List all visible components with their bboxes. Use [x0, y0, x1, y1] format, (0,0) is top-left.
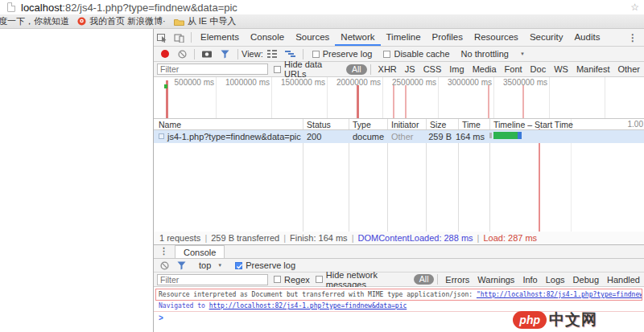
- device-toolbar-icon[interactable]: [174, 33, 184, 43]
- hide-network-messages-checkbox[interactable]: Hide network messages: [316, 270, 408, 289]
- waterfall-bar[interactable]: [489, 132, 522, 139]
- url-path[interactable]: :82/js4-1.php?type=findnew&data=pic: [62, 2, 237, 14]
- filter-type-manifest[interactable]: Manifest: [576, 64, 610, 74]
- console-warning-text: Resource interpreted as Document but tra…: [159, 291, 477, 298]
- network-toolbar: View: Preserve log Disable cache No thro…: [154, 47, 644, 62]
- filter-type-media[interactable]: Media: [473, 64, 497, 74]
- disable-cache-checkbox[interactable]: Disable cache: [383, 49, 449, 59]
- throttling-select[interactable]: No throttling ▼: [461, 49, 525, 59]
- record-icon[interactable]: [161, 50, 169, 58]
- devtools-tab-sources[interactable]: Sources: [290, 29, 335, 46]
- devtools-tab-security[interactable]: Security: [524, 29, 569, 46]
- summary-transferred: 259 B transferred: [211, 233, 279, 243]
- folder-icon: [174, 18, 184, 26]
- filter-type-xhr[interactable]: XHR: [378, 64, 397, 74]
- network-filter-input[interactable]: [157, 64, 268, 75]
- checkbox-icon[interactable]: [274, 276, 281, 283]
- console-nav-link[interactable]: http://localhost:82/js4-1.php?type=findn…: [209, 302, 407, 309]
- filter-type-all[interactable]: All: [346, 64, 367, 75]
- request-time: 164 ms: [452, 132, 485, 141]
- console-nav-text: Navigated to: [159, 302, 209, 309]
- url-host[interactable]: localhost: [21, 2, 62, 14]
- filter-type-ws[interactable]: WS: [554, 64, 568, 74]
- address-bar[interactable]: localhost :82/js4-1.php?type=findnew&dat…: [0, 0, 644, 14]
- overview-tick-label: 2000000 ms: [329, 78, 381, 87]
- column-header-name[interactable]: Name: [159, 120, 181, 129]
- bookmark-item-weibo[interactable]: 我的首页 新浪微博·: [77, 15, 166, 27]
- column-header-time[interactable]: Time: [462, 120, 481, 129]
- devtools-tab-resources[interactable]: Resources: [469, 29, 524, 46]
- console-warning-message: Resource interpreted as Document but tra…: [155, 289, 642, 301]
- hide-data-urls-checkbox[interactable]: Hide data URLs: [274, 59, 341, 79]
- console-level-handled[interactable]: Handled: [607, 275, 640, 285]
- divider: [370, 64, 371, 75]
- divider: [191, 32, 192, 43]
- bookmark-item-ie-import[interactable]: 从 IE 中导入: [174, 15, 237, 27]
- devtools-tab-bar: Elements Console Sources Network Timelin…: [154, 29, 644, 47]
- request-initiator: Other: [391, 132, 414, 141]
- request-row[interactable]: js4-1.php?type=findnew&data=pic 200 docu…: [154, 130, 644, 143]
- column-header-type[interactable]: Type: [353, 120, 371, 129]
- console-level-errors[interactable]: Errors: [445, 275, 469, 285]
- column-header-size[interactable]: Size: [430, 120, 446, 129]
- console-context-select[interactable]: top: [199, 260, 211, 270]
- filter-type-font[interactable]: Font: [505, 64, 522, 74]
- devtools-tab-network[interactable]: Network: [335, 29, 380, 46]
- checkbox-icon[interactable]: [312, 51, 320, 58]
- console-level-warnings[interactable]: Warnings: [477, 275, 514, 285]
- overview-request-tick: [164, 84, 167, 88]
- console-warning-link[interactable]: "http://localhost:82/js4-1.php?type=find…: [477, 291, 642, 298]
- clear-console-icon[interactable]: [160, 261, 169, 270]
- devtools-menu-icon[interactable]: ⋮: [621, 32, 644, 43]
- checkbox-icon[interactable]: [316, 276, 323, 283]
- view-label: View:: [242, 49, 263, 59]
- overview-gridline: [438, 77, 439, 118]
- screenshot-camera-icon[interactable]: [202, 50, 213, 58]
- view-waterfall-icon[interactable]: [285, 50, 295, 58]
- console-level-logs[interactable]: Logs: [546, 275, 565, 285]
- filter-type-other[interactable]: Other: [617, 64, 640, 74]
- devtools-tab-timeline[interactable]: Timeline: [381, 29, 427, 46]
- console-preserve-log-checkbox[interactable]: Preserve log: [235, 260, 295, 270]
- console-level-all[interactable]: All: [414, 274, 435, 285]
- console-filter-funnel-icon[interactable]: [177, 261, 187, 270]
- column-header-status[interactable]: Status: [307, 120, 331, 129]
- devtools-tab-console[interactable]: Console: [245, 29, 290, 46]
- column-header-timeline[interactable]: Timeline – Start Time: [493, 120, 573, 129]
- devtools-tab-audits[interactable]: Audits: [568, 29, 605, 46]
- bookmark-star-icon[interactable]: ☆: [630, 2, 639, 12]
- php-logo: php: [513, 311, 547, 329]
- filter-type-css[interactable]: CSS: [423, 64, 442, 74]
- console-drawer-tab[interactable]: Console: [175, 245, 225, 258]
- checkbox-icon[interactable]: [274, 66, 281, 73]
- drawer-menu-icon[interactable]: ⋮: [159, 246, 168, 256]
- console-level-debug[interactable]: Debug: [573, 275, 599, 285]
- devtools-tab-profiles[interactable]: Profiles: [427, 29, 469, 46]
- chevron-down-icon: ▼: [217, 263, 222, 268]
- checkbox-icon[interactable]: [383, 51, 390, 58]
- console-level-info[interactable]: Info: [522, 275, 537, 285]
- filter-type-img[interactable]: Img: [449, 64, 464, 74]
- filter-type-doc[interactable]: Doc: [530, 64, 547, 74]
- table-header: Name Status Type Initiator Size Time Tim…: [154, 119, 644, 130]
- requests-table: Name Status Type Initiator Size Time Tim…: [154, 119, 644, 232]
- preserve-log-checkbox[interactable]: Preserve log: [312, 49, 373, 59]
- network-overview[interactable]: 500000 ms 1000000 ms 1500000 ms 2000000 …: [154, 77, 644, 119]
- checkbox-checked-icon[interactable]: [235, 262, 242, 269]
- regex-checkbox[interactable]: Regex: [274, 275, 310, 285]
- weibo-icon: [77, 17, 86, 26]
- clear-icon[interactable]: [178, 50, 187, 59]
- overview-gridline: [493, 77, 494, 118]
- devtools-tab-elements[interactable]: Elements: [195, 29, 245, 46]
- waterfall-end-segment: [518, 132, 522, 139]
- column-header-initiator[interactable]: Initiator: [391, 120, 419, 129]
- console-filter-input[interactable]: [157, 274, 268, 285]
- filter-type-js[interactable]: JS: [405, 64, 415, 74]
- bookmark-item-baidu[interactable]: 度一下，你就知道: [0, 15, 69, 27]
- view-list-icon[interactable]: [267, 50, 277, 58]
- waterfall-receive-segment: [493, 132, 518, 139]
- bookmark-label: 我的首页 新浪微博·: [89, 15, 166, 27]
- inspect-element-icon[interactable]: [157, 33, 167, 43]
- divider: [194, 49, 195, 59]
- filter-funnel-icon[interactable]: [221, 50, 230, 59]
